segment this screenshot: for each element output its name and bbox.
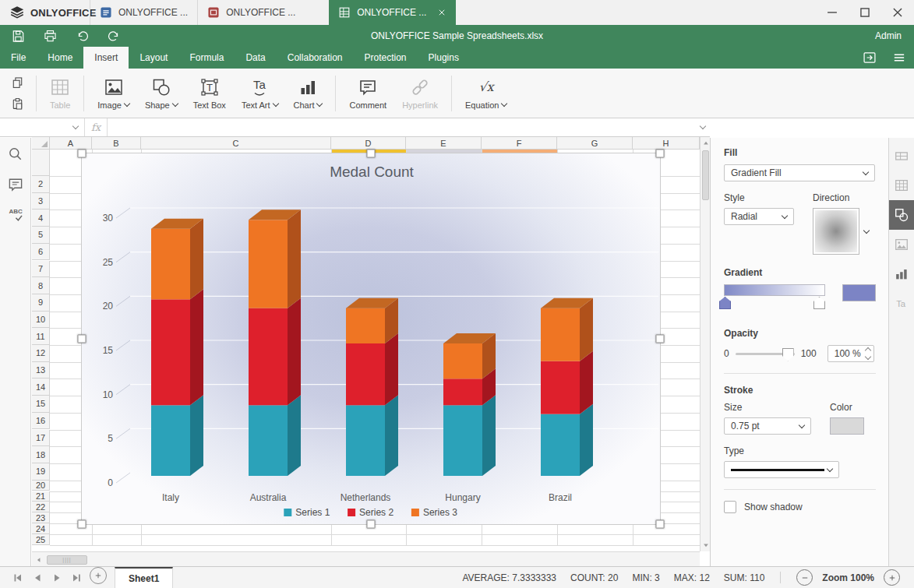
chart-resize-handle-nw[interactable]: [78, 150, 86, 158]
copy-button[interactable]: [11, 76, 24, 90]
gradient-slider-bar[interactable]: [724, 284, 825, 296]
zoom-out-button[interactable]: [796, 569, 813, 586]
stroke-size-select[interactable]: 0.75 pt: [724, 417, 811, 435]
spellcheck-icon[interactable]: ABC: [7, 206, 24, 224]
row-header-10[interactable]: 10: [32, 312, 50, 329]
menu-tab-home[interactable]: Home: [37, 47, 83, 69]
equation-button[interactable]: √xEquation: [457, 71, 514, 116]
paste-button[interactable]: [11, 97, 24, 111]
chart-resize-handle-e[interactable]: [656, 335, 665, 343]
column-header-E[interactable]: E: [406, 137, 482, 150]
chart-settings-icon[interactable]: [889, 259, 914, 289]
zoom-in-button[interactable]: [884, 569, 900, 586]
menu-tab-data[interactable]: Data: [235, 47, 276, 69]
save-button[interactable]: [11, 29, 26, 44]
menu-tab-formula[interactable]: Formula: [178, 47, 235, 69]
gradient-stop-right[interactable]: [813, 297, 825, 309]
row-header-1[interactable]: [32, 150, 50, 176]
row-header-16[interactable]: 16: [32, 413, 50, 430]
row-header-7[interactable]: 7: [32, 261, 50, 278]
row-header-22[interactable]: 22: [32, 502, 50, 512]
column-header-G[interactable]: G: [557, 137, 633, 150]
stroke-type-select[interactable]: [724, 461, 839, 478]
row-header-9[interactable]: 9: [32, 294, 50, 312]
chart-resize-handle-n[interactable]: [367, 150, 376, 158]
stroke-color-swatch[interactable]: [830, 417, 864, 435]
horizontal-scroll-thumb[interactable]: ||||: [47, 555, 87, 565]
vertical-scrollbar[interactable]: [700, 137, 710, 551]
app-tab-3[interactable]: ONLYOFFICE ...: [329, 0, 456, 25]
column-header-F[interactable]: F: [482, 137, 557, 150]
row-header-18[interactable]: 18: [32, 446, 50, 463]
row-header-19[interactable]: 19: [32, 463, 50, 481]
row-header-23[interactable]: 23: [32, 512, 50, 523]
search-icon[interactable]: [7, 146, 24, 163]
opacity-spinbox[interactable]: 100 %: [828, 345, 874, 362]
menu-tab-insert[interactable]: Insert: [83, 47, 129, 69]
formula-bar-expand-button[interactable]: [696, 118, 710, 136]
selected-chart-object[interactable]: 051015202530ItalyAustraliaNetherlandsHun…: [81, 153, 661, 525]
column-header-C[interactable]: C: [141, 137, 331, 150]
chart-resize-handle-s[interactable]: [367, 520, 376, 529]
vertical-scroll-thumb[interactable]: [702, 150, 709, 200]
menu-tab-plugins[interactable]: Plugins: [418, 47, 470, 69]
gradient-color-swatch[interactable]: [842, 284, 876, 301]
show-shadow-checkbox[interactable]: [724, 501, 736, 513]
comments-icon[interactable]: [7, 176, 24, 193]
row-header-2[interactable]: 2: [32, 176, 50, 193]
row-header-14[interactable]: 14: [32, 379, 50, 396]
last-sheet-button[interactable]: [71, 572, 82, 583]
open-file-location-button[interactable]: [855, 47, 884, 69]
menu-tab-protection[interactable]: Protection: [354, 47, 418, 69]
gradient-style-select[interactable]: Radial: [724, 208, 794, 225]
undo-button[interactable]: [75, 29, 90, 44]
column-header-H[interactable]: H: [633, 137, 700, 150]
print-button[interactable]: [43, 29, 58, 44]
cell-settings-icon[interactable]: [889, 141, 914, 171]
column-header-A[interactable]: A: [50, 137, 92, 150]
zoom-level-label[interactable]: Zoom 100%: [822, 572, 874, 583]
chart-resize-handle-w[interactable]: [78, 335, 86, 343]
app-tab-2[interactable]: ONLYOFFICE ...: [197, 0, 305, 25]
horizontal-scrollbar[interactable]: ||||: [32, 551, 700, 567]
row-header-17[interactable]: 17: [32, 430, 50, 447]
opacity-slider[interactable]: [736, 353, 795, 355]
menu-tab-file[interactable]: File: [0, 47, 37, 69]
first-sheet-button[interactable]: [12, 572, 23, 583]
row-header-25[interactable]: 25: [32, 534, 50, 545]
image-button[interactable]: Image: [90, 71, 137, 116]
gradient-direction-preview[interactable]: [813, 208, 859, 255]
textbox-button[interactable]: TText Box: [185, 71, 234, 116]
scroll-down-icon[interactable]: [700, 540, 710, 551]
row-header-21[interactable]: 21: [32, 491, 50, 502]
row-header-5[interactable]: 5: [32, 227, 50, 244]
direction-dropdown-icon[interactable]: [863, 227, 870, 233]
gradient-stop-left[interactable]: [719, 297, 731, 309]
close-button[interactable]: [881, 0, 914, 25]
row-header-6[interactable]: 6: [32, 244, 50, 261]
comment-button[interactable]: Comment: [341, 71, 394, 116]
textart-button[interactable]: TaText Art: [234, 71, 286, 116]
cell-name-box[interactable]: [0, 118, 85, 136]
add-sheet-button[interactable]: [90, 567, 107, 584]
select-all-corner[interactable]: [32, 137, 50, 150]
fill-type-select[interactable]: Gradient Fill: [724, 164, 875, 181]
previous-sheet-button[interactable]: [32, 572, 43, 583]
worksheet-grid[interactable]: ABCDEFGH23456789101112131415161718192021…: [32, 137, 710, 567]
row-header-20[interactable]: 20: [32, 481, 50, 491]
formula-input[interactable]: [108, 118, 696, 136]
app-tab-1[interactable]: ONLYOFFICE ...: [90, 0, 197, 25]
tab-close-icon[interactable]: [437, 8, 446, 17]
textart-settings-icon[interactable]: Ta: [889, 289, 914, 319]
row-header-15[interactable]: 15: [32, 396, 50, 413]
menu-tab-collaboration[interactable]: Collaboration: [277, 47, 354, 69]
scroll-up-icon[interactable]: [700, 138, 710, 149]
chart-resize-handle-sw[interactable]: [78, 520, 86, 529]
sheet-tab-sheet1[interactable]: Sheet1: [115, 567, 173, 588]
column-header-D[interactable]: D: [331, 137, 406, 150]
next-sheet-button[interactable]: [51, 572, 62, 583]
row-header-3[interactable]: 3: [32, 193, 50, 210]
view-settings-button[interactable]: [884, 47, 914, 69]
image-settings-icon[interactable]: [889, 230, 914, 259]
maximize-button[interactable]: [849, 0, 881, 25]
